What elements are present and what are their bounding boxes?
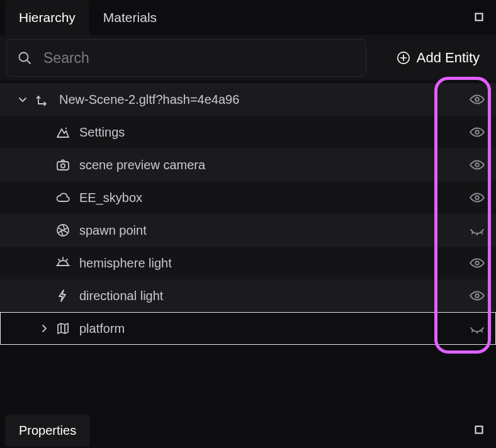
visibility-toggle[interactable] bbox=[458, 222, 496, 238]
hierarchy-list: New-Scene-2.gltf?hash=4e4a96 Settings sc… bbox=[0, 83, 496, 345]
eye-open-icon bbox=[469, 124, 485, 140]
search-field[interactable] bbox=[6, 39, 366, 77]
hierarchy-item-directional-light[interactable]: directional light bbox=[0, 279, 496, 312]
hierarchy-item-label: hemisphere light bbox=[79, 256, 458, 271]
eye-open-icon bbox=[469, 255, 485, 271]
hierarchy-item-camera[interactable]: scene preview camera bbox=[0, 148, 496, 181]
hierarchy-item-skybox[interactable]: EE_skybox bbox=[0, 181, 496, 214]
svg-rect-9 bbox=[57, 162, 69, 170]
maximize-properties-button[interactable] bbox=[473, 424, 485, 435]
svg-rect-0 bbox=[476, 14, 483, 21]
expand-toggle[interactable] bbox=[15, 94, 30, 104]
add-entity-label: Add Entity bbox=[417, 50, 480, 66]
svg-line-16 bbox=[482, 232, 483, 234]
mountain-icon bbox=[54, 125, 72, 140]
eye-open-icon bbox=[469, 91, 485, 108]
chevron-right-icon bbox=[39, 323, 49, 333]
maximize-icon bbox=[475, 13, 483, 21]
svg-line-14 bbox=[472, 232, 473, 234]
maximize-panel-button[interactable] bbox=[473, 11, 485, 23]
sun-icon bbox=[54, 255, 72, 271]
tab-properties[interactable]: Properties bbox=[5, 415, 90, 447]
hierarchy-item-label: platform bbox=[79, 322, 458, 336]
properties-panel-header: Properties bbox=[0, 413, 496, 448]
transform-icon bbox=[34, 92, 52, 107]
hierarchy-item-label: EE_skybox bbox=[79, 191, 458, 205]
map-icon bbox=[54, 321, 72, 336]
eye-open-icon bbox=[469, 189, 485, 206]
hierarchy-root-label: New-Scene-2.gltf?hash=4e4a96 bbox=[59, 92, 458, 107]
chevron-down-icon bbox=[18, 94, 28, 104]
hierarchy-toolbar: Add Entity bbox=[0, 35, 496, 81]
camera-icon bbox=[54, 157, 72, 172]
svg-point-21 bbox=[475, 261, 479, 265]
add-entity-button[interactable]: Add Entity bbox=[383, 39, 491, 77]
visibility-toggle[interactable] bbox=[458, 157, 496, 173]
svg-point-7 bbox=[65, 128, 67, 129]
maximize-icon bbox=[475, 425, 483, 434]
svg-rect-28 bbox=[476, 427, 483, 434]
svg-line-19 bbox=[59, 259, 60, 260]
visibility-toggle[interactable] bbox=[458, 189, 496, 206]
eye-open-icon bbox=[469, 288, 485, 304]
panel-tabs: Hierarchy Materials bbox=[0, 0, 496, 35]
plus-circle-icon bbox=[397, 51, 410, 65]
svg-line-2 bbox=[27, 60, 30, 64]
search-input[interactable] bbox=[42, 49, 356, 67]
svg-point-6 bbox=[475, 98, 479, 101]
hierarchy-item-label: Settings bbox=[79, 125, 458, 140]
hierarchy-root[interactable]: New-Scene-2.gltf?hash=4e4a96 bbox=[0, 83, 496, 116]
eye-closed-icon bbox=[469, 320, 485, 337]
visibility-toggle[interactable] bbox=[458, 124, 496, 140]
hierarchy-item-settings[interactable]: Settings bbox=[0, 116, 496, 148]
hierarchy-item-hemisphere-light[interactable]: hemisphere light bbox=[0, 247, 496, 279]
svg-line-25 bbox=[472, 330, 473, 332]
tab-hierarchy[interactable]: Hierarchy bbox=[5, 0, 89, 35]
visibility-toggle[interactable] bbox=[458, 288, 496, 304]
expand-toggle[interactable] bbox=[37, 323, 52, 333]
aperture-icon bbox=[54, 223, 72, 238]
eye-open-icon bbox=[469, 157, 485, 173]
svg-line-20 bbox=[66, 259, 67, 260]
tab-materials[interactable]: Materials bbox=[89, 0, 171, 35]
hierarchy-item-label: spawn point bbox=[79, 223, 458, 238]
search-icon bbox=[17, 50, 32, 65]
hierarchy-item-label: scene preview camera bbox=[79, 158, 458, 172]
hierarchy-item-platform[interactable]: platform bbox=[0, 312, 496, 345]
hierarchy-item-spawn-point[interactable]: spawn point bbox=[0, 214, 496, 247]
bolt-icon bbox=[54, 288, 72, 303]
svg-line-27 bbox=[482, 330, 483, 332]
svg-point-22 bbox=[475, 294, 479, 298]
visibility-toggle[interactable] bbox=[458, 320, 496, 337]
cloud-icon bbox=[54, 190, 72, 205]
svg-point-8 bbox=[475, 130, 479, 134]
visibility-toggle[interactable] bbox=[458, 255, 496, 271]
eye-closed-icon bbox=[469, 222, 485, 238]
visibility-toggle[interactable] bbox=[458, 91, 496, 108]
hierarchy-item-label: directional light bbox=[79, 289, 458, 303]
svg-point-10 bbox=[61, 164, 65, 167]
svg-point-12 bbox=[475, 196, 479, 199]
svg-point-11 bbox=[475, 163, 479, 167]
